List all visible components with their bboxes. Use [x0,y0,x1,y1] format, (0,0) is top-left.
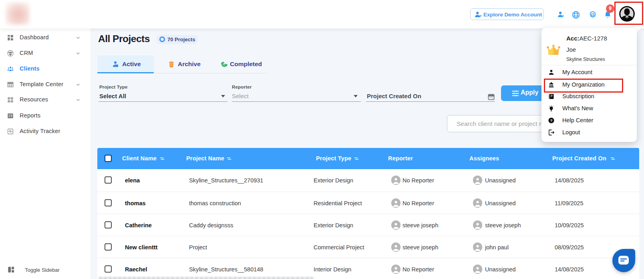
svg-text:?: ? [550,119,553,123]
